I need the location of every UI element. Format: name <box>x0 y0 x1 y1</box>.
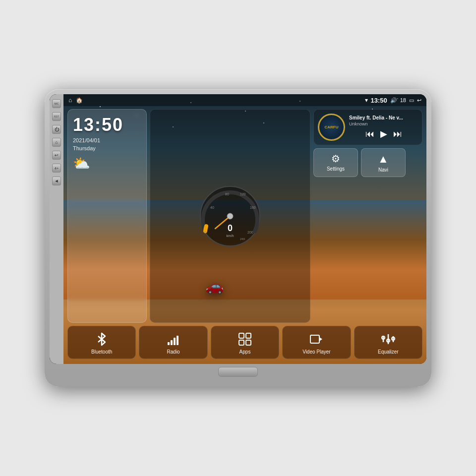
media-artist: Unknown <box>349 121 418 126</box>
apps-icon <box>238 332 252 346</box>
svg-text:160: 160 <box>250 206 256 209</box>
play-button[interactable]: ▶ <box>380 128 387 139</box>
speedometer-widget: 0 40 80 120 160 200 240 0 km <box>150 109 310 323</box>
svg-rect-16 <box>239 333 244 338</box>
svg-text:40: 40 <box>210 206 214 209</box>
power-button[interactable]: ⏻ <box>52 125 61 134</box>
video-icon <box>309 332 323 346</box>
speedometer-svg: 0 40 80 120 160 200 240 0 km <box>195 181 265 251</box>
svg-rect-12 <box>168 342 170 345</box>
status-bar: ⌂ 🏠 ▾ 13:50 🔊 18 ▭ ↩ <box>63 94 426 106</box>
wifi-icon: ▾ <box>365 97 368 104</box>
status-time: 13:50 <box>371 97 387 104</box>
volume-level: 18 <box>400 97 406 103</box>
bluetooth-label: Bluetooth <box>91 349 112 355</box>
status-bar-left: ⌂ 🏠 <box>68 97 83 104</box>
mic-label: MIC <box>54 102 59 105</box>
rst-label: RST <box>54 115 59 118</box>
top-row: 13:50 2021/04/01 Thursday ⛅ <box>67 109 422 323</box>
volume-icon: 🔊 <box>390 97 397 104</box>
svg-rect-13 <box>171 340 173 345</box>
media-info: Smiley ft. Delia - Ne v... Unknown ⏮ ▶ ⏭ <box>349 115 418 139</box>
svg-rect-19 <box>246 340 251 345</box>
status-bar-right: ▾ 13:50 🔊 18 ▭ ↩ <box>365 97 422 104</box>
car-head-unit: MIC RST ⏻ ⌂ ↩ 4+ ◄ <box>45 89 431 387</box>
svg-text:200: 200 <box>247 231 253 234</box>
clock-widget: 13:50 2021/04/01 Thursday ⛅ <box>67 109 147 323</box>
svg-rect-17 <box>246 333 251 338</box>
album-logo: CARFU <box>325 125 339 130</box>
main-content: 13:50 2021/04/01 Thursday ⛅ <box>63 106 426 364</box>
equalizer-button[interactable]: Equalizer <box>354 326 422 359</box>
radio-icon <box>167 332 180 346</box>
settings-button[interactable]: ⚙ Settings <box>313 148 358 177</box>
device-inner: MIC RST ⏻ ⌂ ↩ 4+ ◄ <box>50 94 426 364</box>
media-controls: ⏮ ▶ ⏭ <box>349 128 418 139</box>
navi-icon: ▲ <box>378 153 389 166</box>
clock-time: 13:50 <box>73 115 123 135</box>
vol-down-button[interactable]: ◄ <box>52 177 61 185</box>
radio-button[interactable]: Radio <box>139 326 207 359</box>
equalizer-label: Equalizer <box>378 349 399 355</box>
side-buttons-panel: MIC RST ⏻ ⌂ ↩ 4+ ◄ <box>50 94 63 364</box>
apps-button[interactable]: Apps <box>211 326 279 359</box>
svg-text:km/h: km/h <box>226 234 234 238</box>
svg-point-9 <box>227 213 233 219</box>
home-side-button[interactable]: ⌂ <box>52 138 61 147</box>
bluetooth-button[interactable]: Bluetooth <box>67 326 136 359</box>
svg-text:240: 240 <box>240 238 245 240</box>
weather-widget: ⛅ <box>73 155 90 172</box>
house-filled-icon[interactable]: 🏠 <box>76 97 83 104</box>
album-art: CARFU <box>318 114 345 141</box>
vol-up-button[interactable]: 4+ <box>52 164 61 173</box>
settings-icon: ⚙ <box>331 153 340 165</box>
clock-date: 2021/04/01 <box>73 137 100 143</box>
navi-button[interactable]: ▲ Navi <box>361 148 406 177</box>
media-widget: CARFU Smiley ft. Delia - Ne v... Unknown… <box>313 109 422 145</box>
back-status-icon[interactable]: ↩ <box>417 97 421 104</box>
battery-icon: ▭ <box>409 97 414 104</box>
mic-button[interactable]: MIC <box>52 99 61 108</box>
quick-buttons-row: ⚙ Settings ▲ Navi <box>313 148 422 177</box>
svg-rect-20 <box>310 335 319 343</box>
settings-label: Settings <box>327 166 345 172</box>
back-side-button[interactable]: ↩ <box>52 151 61 160</box>
navi-label: Navi <box>378 167 388 173</box>
app-row: Bluetooth Radio <box>67 326 422 361</box>
svg-text:120: 120 <box>240 192 246 196</box>
media-top: CARFU Smiley ft. Delia - Ne v... Unknown… <box>318 114 418 141</box>
svg-text:80: 80 <box>225 192 229 196</box>
bluetooth-icon <box>95 332 109 346</box>
next-button[interactable]: ⏭ <box>393 129 402 139</box>
video-player-button[interactable]: Video Player <box>282 326 351 359</box>
bottom-physical-button[interactable] <box>218 367 258 377</box>
svg-text:0: 0 <box>228 223 233 233</box>
video-player-label: Video Player <box>302 349 331 355</box>
svg-text:0: 0 <box>204 231 206 234</box>
weather-icon: ⛅ <box>73 155 90 172</box>
radio-label: Radio <box>167 349 180 355</box>
media-title: Smiley ft. Delia - Ne v... <box>349 115 418 120</box>
equalizer-icon <box>381 332 395 346</box>
rst-button[interactable]: RST <box>52 112 61 121</box>
svg-rect-18 <box>239 340 244 345</box>
svg-rect-15 <box>177 336 178 345</box>
main-screen: 🚗 ⌂ 🏠 ▾ 13:50 🔊 18 ▭ ↩ <box>63 94 426 364</box>
home-icon[interactable]: ⌂ <box>68 97 72 104</box>
svg-rect-14 <box>174 338 176 345</box>
prev-button[interactable]: ⏮ <box>365 129 374 139</box>
clock-day: Thursday <box>73 145 96 151</box>
svg-marker-21 <box>319 337 322 341</box>
apps-label: Apps <box>239 349 251 355</box>
